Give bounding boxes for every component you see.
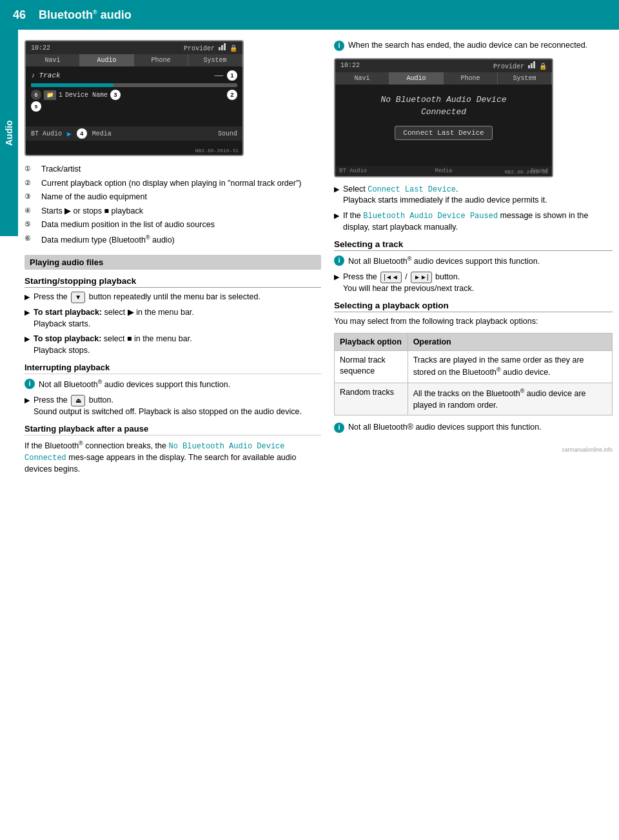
screen2-connect-btn[interactable]: Connect Last Device xyxy=(395,126,492,140)
nav2-system: System xyxy=(498,72,552,85)
signal-icon xyxy=(219,43,226,50)
reconnect-info: i When the search has ended, the audio d… xyxy=(334,40,613,52)
select-track-info-text: Not all Bluetooth® audio devices support… xyxy=(348,255,540,268)
select-track-title: Selecting a track xyxy=(334,239,613,251)
bullet-text-to-stop: To stop playback: select ■ in the menu b… xyxy=(34,334,192,356)
screen1-image: 10:22 Provider 🔒 Navi Audio Phone System… xyxy=(25,40,244,156)
badge5: 5 xyxy=(31,101,41,112)
screen1-device-row: 6 📁 1 Device Name 3 2 xyxy=(31,90,237,100)
badge1: 1 xyxy=(227,70,237,81)
info-icon-2: i xyxy=(334,41,344,51)
list-item: ② Current playback option (no display wh… xyxy=(25,178,321,190)
down-button: ▼ xyxy=(71,292,85,303)
screen2-top-bar: 10:22 Provider 🔒 xyxy=(335,59,552,72)
left-column: 10:22 Provider 🔒 Navi Audio Phone System… xyxy=(25,40,321,481)
operation-normal: Tracks are played in the same order as t… xyxy=(408,350,612,383)
item-text-4: Starts ▶ or stops ■ playback xyxy=(41,206,143,217)
item-text-3: Name of the audio equipment xyxy=(41,192,147,203)
screen1-provider: Provider 🔒 xyxy=(184,43,237,52)
screen1-body: ♪ Track —— 1 6 📁 1 Device Name 3 2 xyxy=(26,66,242,115)
screen1-bottom-bar: BT Audio ▶ 4 Media Sound xyxy=(26,126,242,141)
list-item: ⑤ Data medium position in the list of au… xyxy=(25,219,321,231)
playing-audio-section-header: Playing audio files xyxy=(25,255,321,270)
item-text-2: Current playback option (no display when… xyxy=(41,178,302,190)
item-num-3: ③ xyxy=(25,192,37,203)
audio-side-tab: Audio xyxy=(0,30,18,236)
bullet-text-press-down: Press the ▼ button repeatedly until the … xyxy=(34,292,260,303)
signal-icon-2 xyxy=(528,61,535,68)
bullet-text-track: Press the |◄◄ / ►►| button.You will hear… xyxy=(343,272,474,295)
screen2-image: 10:22 Provider 🔒 Navi Audio Phone System… xyxy=(334,58,553,177)
numbered-item-list: ① Track/artist ② Current playback option… xyxy=(25,164,321,246)
interrupt-info: i Not all Bluetooth® audio devices suppo… xyxy=(25,378,321,391)
select-track-info: i Not all Bluetooth® audio devices suppo… xyxy=(334,255,613,268)
info-icon-1: i xyxy=(25,379,35,389)
screen2-no-bt-line2: Connected xyxy=(340,107,547,117)
item-num-1: ① xyxy=(25,164,37,175)
next-button: ►►| xyxy=(411,272,431,283)
badge6: 6 xyxy=(31,90,41,100)
bullet-select-connect: ▶ Select Connect Last Device.Playback st… xyxy=(334,184,613,206)
arrow-icon-4: ▶ xyxy=(25,395,30,405)
option-normal: Normal track sequence xyxy=(335,350,408,383)
playback-option-title: Selecting a playback option xyxy=(334,301,613,312)
item-num-2: ② xyxy=(25,178,37,190)
interrupt-info-text: Not all Bluetooth® audio devices support… xyxy=(39,378,230,391)
badge4: 4 xyxy=(77,128,87,139)
eject-button: ⏏ xyxy=(71,395,85,406)
list-item: ① Track/artist xyxy=(25,164,321,175)
screen1-top-bar: 10:22 Provider 🔒 xyxy=(26,41,242,54)
screen2-bt-audio: BT Audio xyxy=(339,168,409,174)
badge2: 2 xyxy=(227,90,237,100)
playback-option-intro: You may select from the following track … xyxy=(334,316,613,328)
item-num-5: ⑤ xyxy=(25,219,37,231)
screen1-time: 10:22 xyxy=(31,45,50,52)
table-row: Normal track sequence Tracks are played … xyxy=(335,350,613,383)
item-text-1: Track/artist xyxy=(41,164,81,175)
nav-system: System xyxy=(188,54,242,66)
screen1-slider xyxy=(31,83,237,87)
operation-random: All the tracks on the Bluetooth® audio d… xyxy=(408,383,612,415)
header-bar: 46 Bluetooth® audio xyxy=(0,0,619,30)
bullet-text-to-start: To start playback: select ▶ in the menu … xyxy=(34,307,194,330)
bullet-to-stop: ▶ To stop playback: select ■ in the menu… xyxy=(25,334,321,356)
bottom-info: i Not all Bluetooth® audio devices suppo… xyxy=(334,422,613,434)
play-icon: ▶ xyxy=(67,130,72,138)
playback-options-table: Playback option Operation Normal track s… xyxy=(334,333,613,415)
arrow-icon-5: ▶ xyxy=(334,185,339,194)
option-random: Random tracks xyxy=(335,383,408,415)
after-pause-intro: If the Bluetooth® connection breaks, the… xyxy=(25,439,321,475)
arrow-icon-3: ▶ xyxy=(25,334,30,344)
nav2-audio: Audio xyxy=(389,72,444,85)
badge3: 3 xyxy=(110,90,121,100)
bullet-text-connect: Select Connect Last Device.Playback star… xyxy=(343,184,547,206)
info-icon-3: i xyxy=(334,255,344,266)
screen1-media: Media xyxy=(92,130,112,137)
connect-ref: Connect Last Device xyxy=(368,185,456,194)
interrupt-title: Interrupting playback xyxy=(25,363,321,374)
bullet-press-down: ▶ Press the ▼ button repeatedly until th… xyxy=(25,292,321,303)
bottom-info-text: Not all Bluetooth® audio devices support… xyxy=(348,422,542,434)
prev-button: |◄◄ xyxy=(380,272,401,283)
nav2-phone: Phone xyxy=(444,72,498,85)
bullet-to-start: ▶ To start playback: select ▶ in the men… xyxy=(25,307,321,330)
screen2-provider: Provider 🔒 xyxy=(493,61,547,70)
paused-ref: Bluetooth Audio Device Paused xyxy=(363,212,498,221)
bullet-text-paused: If the Bluetooth Audio Device Paused mes… xyxy=(343,210,613,233)
screen2-time: 10:22 xyxy=(340,62,360,69)
arrow-icon-2: ▶ xyxy=(25,308,30,317)
main-content: 10:22 Provider 🔒 Navi Audio Phone System… xyxy=(18,30,619,491)
screen1-bt-audio: BT Audio xyxy=(31,130,62,137)
table-header-operation: Operation xyxy=(408,333,612,350)
item-num-4: ④ xyxy=(25,206,37,217)
reconnect-info-text: When the search has ended, the audio dev… xyxy=(348,40,587,52)
nav2-navi: Navi xyxy=(335,72,389,85)
nav-phone: Phone xyxy=(134,54,188,66)
page-number: 46 xyxy=(13,8,26,22)
screen2-media: Media xyxy=(409,168,478,174)
nav-audio: Audio xyxy=(80,54,134,66)
item-text-6: Data medium type (Bluetooth® audio) xyxy=(41,234,175,246)
item-num-6: ⑥ xyxy=(25,234,37,246)
page-title: Bluetooth® audio xyxy=(39,8,132,22)
screen2-nav: Navi Audio Phone System xyxy=(335,72,552,85)
